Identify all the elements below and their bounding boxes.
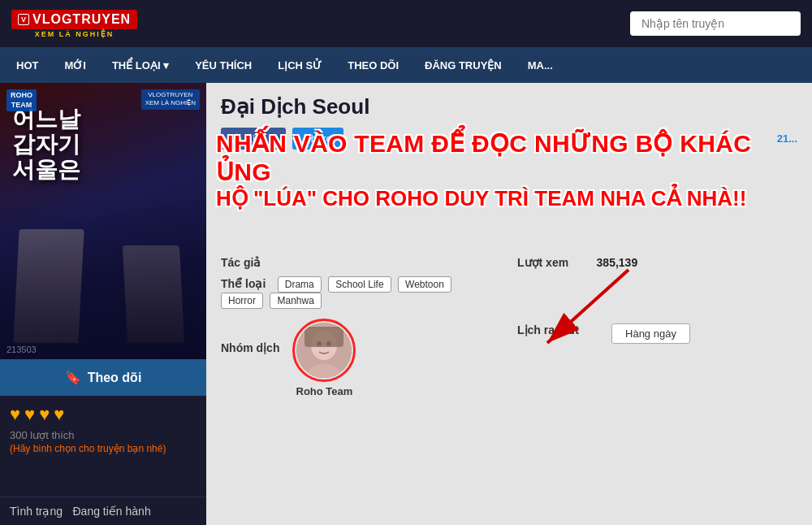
status-label: Tình trạng bbox=[10, 505, 63, 518]
genre-tag-drama[interactable]: Drama bbox=[278, 276, 322, 293]
nav-bar: HOT MỚI THỂ LOẠI ▾ YÊU THÍCH LỊCH SỬ THE… bbox=[0, 47, 812, 83]
nav-item-dangtruyen[interactable]: ĐĂNG TRUYỆN bbox=[412, 47, 515, 83]
svg-rect-5 bbox=[304, 327, 343, 347]
views-top-right: 21... bbox=[777, 132, 797, 145]
logo-v: V bbox=[18, 14, 29, 25]
content-area: Đại Dịch Seoul 👍 Like 0 Share 21... NHẤN… bbox=[206, 83, 812, 525]
logo[interactable]: V VLOGTRUYEN XEM LÀ NGHIỆN bbox=[11, 10, 137, 38]
search-input[interactable] bbox=[630, 11, 801, 36]
schedule-value-btn[interactable]: Hàng ngày bbox=[611, 323, 690, 344]
group-label: Nhóm dịch bbox=[221, 319, 279, 354]
cover-number: 213503 bbox=[6, 345, 37, 354]
views-section: Lượt xem 385,139 bbox=[517, 255, 797, 270]
logo-name: VLOGTRUYEN bbox=[32, 12, 131, 27]
action-buttons: 👍 Like 0 Share 21... bbox=[221, 128, 797, 150]
group-avatar-container[interactable]: Roho Team bbox=[292, 319, 356, 397]
schedule-section: Lịch ra mắt Hàng ngày bbox=[517, 315, 797, 397]
status-area: Tình trạng Đang tiến hành bbox=[0, 497, 206, 525]
schedule-label: Lịch ra mắt bbox=[517, 323, 579, 336]
group-circle-outline bbox=[292, 319, 356, 382]
overlay-line2: HỘ "LÚA" CHO ROHO DUY TRÌ TEAM NHA CẢ NH… bbox=[216, 186, 802, 211]
heart-4[interactable]: ♥ bbox=[54, 404, 64, 425]
genre-section: Thể loại Drama School Life Webtoon Horro… bbox=[221, 276, 501, 309]
nav-item-yeuthich[interactable]: YÊU THÍCH bbox=[182, 47, 265, 83]
cover-watermark: VLOGTRUYENXEM LÀ NGHIỆN bbox=[141, 89, 200, 110]
follow-button[interactable]: 🔖 Theo dõi bbox=[0, 359, 206, 396]
genre-label: Thể loại bbox=[221, 277, 266, 290]
book-cover: 어느날 갑자기 서울은 ROHOTEAM VLOGTRUYENXEM LÀ NG… bbox=[0, 83, 206, 359]
thumb-icon: 👍 bbox=[231, 133, 243, 145]
heart-2[interactable]: ♥ bbox=[24, 404, 35, 425]
genre-tag-horror[interactable]: Horror bbox=[221, 293, 263, 309]
nav-item-ma[interactable]: MA... bbox=[515, 47, 566, 83]
rating-area: ♥ ♥ ♥ ♥ 300 lượt thích (Hãy bình chọn ch… bbox=[0, 396, 206, 459]
header: V VLOGTRUYEN XEM LÀ NGHIỆN bbox=[0, 0, 812, 47]
group-name: Roho Team bbox=[296, 385, 353, 397]
nav-item-theodoi[interactable]: THEO DÕI bbox=[335, 47, 412, 83]
sidebar: 어느날 갑자기 서울은 ROHOTEAM VLOGTRUYENXEM LÀ NG… bbox=[0, 83, 206, 525]
bookmark-icon: 🔖 bbox=[65, 370, 81, 385]
like-label: Like bbox=[247, 132, 266, 145]
views-label: Lượt xem bbox=[517, 256, 568, 269]
like-button[interactable]: 👍 Like 0 bbox=[221, 128, 286, 150]
author-label: Tác giả bbox=[221, 256, 261, 269]
heart-3[interactable]: ♥ bbox=[39, 404, 50, 425]
rating-count: 300 lượt thích bbox=[10, 429, 197, 441]
share-button[interactable]: Share bbox=[292, 128, 343, 150]
nav-item-theloai[interactable]: THỂ LOẠI ▾ bbox=[99, 47, 182, 83]
heart-1[interactable]: ♥ bbox=[10, 404, 20, 425]
main-area: 어느날 갑자기 서울은 ROHOTEAM VLOGTRUYENXEM LÀ NG… bbox=[0, 83, 812, 525]
genre-tag-manhwa[interactable]: Manhwa bbox=[270, 293, 321, 309]
logo-sub: XEM LÀ NGHIỆN bbox=[35, 30, 114, 38]
status-value: Đang tiến hành bbox=[72, 505, 150, 518]
views-value: 385,139 bbox=[597, 256, 638, 269]
hearts-row: ♥ ♥ ♥ ♥ bbox=[10, 404, 197, 425]
info-grid: Tác giả Lượt xem 385,139 Thể loại Drama … bbox=[221, 255, 797, 397]
group-avatar bbox=[296, 323, 352, 378]
cover-roho-badge: ROHOTEAM bbox=[6, 89, 37, 111]
group-section: Nhóm dịch bbox=[221, 319, 501, 397]
cover-title-korean: 어느날 갑자기 서울은 bbox=[12, 107, 80, 182]
nav-item-moi[interactable]: MỚI bbox=[51, 47, 98, 83]
nav-item-hot[interactable]: HOT bbox=[3, 47, 51, 83]
nav-item-lichsu[interactable]: LỊCH SỬ bbox=[265, 47, 335, 83]
like-count: 0 bbox=[270, 132, 276, 145]
group-avatar-svg bbox=[296, 323, 352, 378]
follow-label: Theo dõi bbox=[88, 371, 142, 385]
genre-tag-webtoon[interactable]: Webtoon bbox=[398, 276, 451, 293]
rating-hint: (Hãy bình chọn cho truyện bạn nhé) bbox=[10, 443, 197, 454]
author-section: Tác giả bbox=[221, 255, 501, 270]
manga-title: Đại Dịch Seoul bbox=[221, 94, 797, 119]
genre-tag-school[interactable]: School Life bbox=[328, 276, 391, 293]
